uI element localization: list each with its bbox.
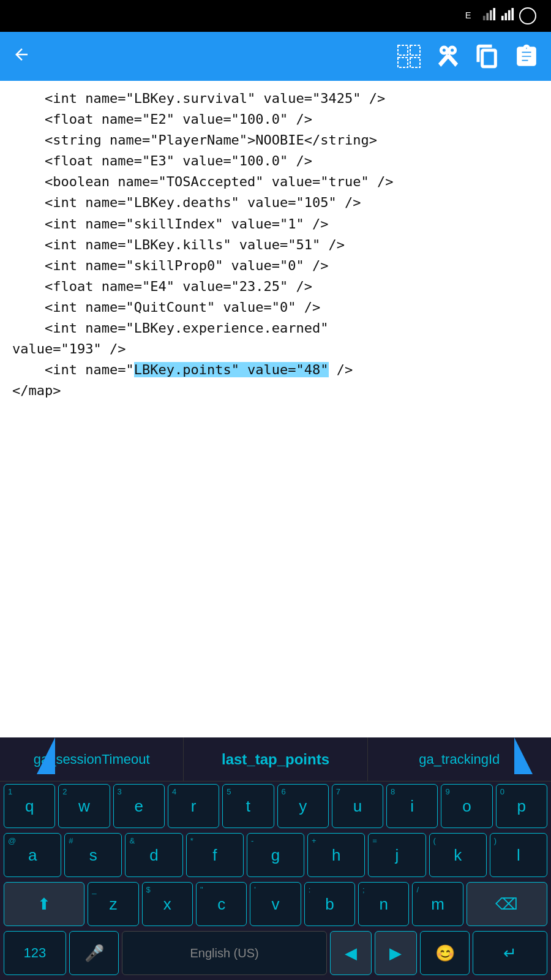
keyboard-key[interactable]: (k <box>429 833 487 877</box>
signal-bars-icon <box>482 8 496 24</box>
keyboard-key[interactable]: 🎤 <box>69 931 119 975</box>
keyboard-row: 123🎤English (US)◀▶😊↵ <box>0 929 551 980</box>
xml-line: <int name="LBKey.experience.earned" <box>12 318 539 339</box>
status-right: E <box>464 7 541 24</box>
keyboard-key[interactable]: 3e <box>113 784 165 828</box>
key-sub-char: + <box>312 836 317 845</box>
keyboard-row: 1q2w3e4r5t6y7u8i9o0p <box>0 782 551 831</box>
svg-rect-12 <box>410 58 420 67</box>
keyboard-key[interactable]: ⬆ <box>4 882 84 926</box>
keyboard-key[interactable]: 5t <box>222 784 274 828</box>
keyboard-key[interactable]: :b <box>304 882 355 926</box>
keyboard: 1q2w3e4r5t6y7u8i9o0p@a#s&d*f-g+h=j(k)l⬆_… <box>0 782 551 980</box>
keyboard-key[interactable]: 1q <box>4 784 55 828</box>
key-label: g <box>271 846 280 865</box>
xml-line: <string name="PlayerName">NOOBIE</string… <box>12 130 539 151</box>
xml-line: <int name="skillProp0" value="0" /> <box>12 255 539 276</box>
grid-select-icon[interactable] <box>392 39 426 74</box>
key-sub-char: 0 <box>500 787 504 796</box>
key-sub-char: 7 <box>336 787 340 796</box>
svg-text:E: E <box>465 10 471 20</box>
key-sub-char: & <box>129 836 135 845</box>
xml-line: <int name="LBKey.survival" value="3425" … <box>12 88 539 109</box>
keyboard-key[interactable]: ↵ <box>473 931 547 975</box>
key-sub-char: " <box>200 885 203 894</box>
key-sub-char: $ <box>146 885 151 894</box>
keyboard-key[interactable]: English (US) <box>122 931 326 975</box>
key-label: 🎤 <box>84 944 104 963</box>
keyboard-key[interactable]: ▶ <box>375 931 416 975</box>
key-label: q <box>25 797 34 816</box>
key-label: p <box>517 797 526 816</box>
keyboard-key[interactable]: 123 <box>4 931 66 975</box>
key-sub-char: @ <box>8 836 16 845</box>
keyboard-suggestions: ga_sessionTimeoutlast_tap_pointsga_track… <box>0 737 551 782</box>
key-sub-char: / <box>416 885 419 894</box>
key-label: o <box>462 797 471 816</box>
keyboard-key[interactable]: 6y <box>277 784 329 828</box>
keyboard-key[interactable]: 7u <box>332 784 383 828</box>
xml-line: <int name="LBKey.points" value="48" /> <box>12 360 539 380</box>
keyboard-key[interactable]: 😊 <box>420 931 470 975</box>
keyboard-key[interactable]: _z <box>88 882 138 926</box>
keyboard-key[interactable]: @a <box>4 833 61 877</box>
key-sub-char: ) <box>494 836 497 845</box>
suggestion-item[interactable]: last_tap_points <box>184 737 367 781</box>
keyboard-key[interactable]: ;n <box>358 882 409 926</box>
xml-line: <int name="skillIndex" value="1" /> <box>12 214 539 235</box>
xml-line: <int name="LBKey.kills" value="51" /> <box>12 235 539 255</box>
content-area[interactable]: <int name="LBKey.survival" value="3425" … <box>0 81 551 688</box>
keyboard-key[interactable]: #s <box>64 833 122 877</box>
keyboard-key[interactable]: ◀ <box>330 931 372 975</box>
key-label: c <box>217 895 225 914</box>
selected-text: LBKey.points" value="48" <box>134 362 329 377</box>
keyboard-key[interactable]: /m <box>412 882 463 926</box>
xml-line: <float name="E3" value="100.0" /> <box>12 151 539 172</box>
key-label: s <box>89 846 97 865</box>
key-sub-char: 8 <box>391 787 395 796</box>
keyboard-key[interactable]: "c <box>196 882 247 926</box>
suggestion-item[interactable]: ga_sessionTimeout <box>0 737 184 781</box>
keyboard-key[interactable]: *f <box>186 833 244 877</box>
copy-icon[interactable] <box>470 39 504 74</box>
key-sub-char: 5 <box>227 787 231 796</box>
key-label: ⌫ <box>495 895 518 914</box>
keyboard-key[interactable]: 9o <box>441 784 492 828</box>
key-label: j <box>395 846 399 865</box>
svg-rect-7 <box>508 10 511 20</box>
key-sub-char: # <box>69 836 73 845</box>
xml-line: </map> <box>12 380 539 401</box>
key-label: n <box>380 895 388 914</box>
keyboard-key[interactable]: ⌫ <box>467 882 547 926</box>
keyboard-key[interactable]: -g <box>247 833 304 877</box>
keyboard-key[interactable]: 2w <box>58 784 110 828</box>
key-label: English (US) <box>190 946 258 960</box>
key-sub-char: 3 <box>118 787 122 796</box>
xml-line: <float name="E2" value="100.0" /> <box>12 109 539 130</box>
key-sub-char: = <box>372 836 377 845</box>
keyboard-key[interactable]: +h <box>307 833 365 877</box>
back-button[interactable] <box>7 39 36 74</box>
keyboard-key[interactable]: $x <box>142 882 193 926</box>
svg-rect-6 <box>504 13 507 20</box>
action-bar <box>0 32 551 81</box>
xml-line: value="193" /> <box>12 339 539 360</box>
clipboard-icon[interactable] <box>509 39 544 74</box>
key-sub-char: 6 <box>282 787 286 796</box>
keyboard-key[interactable]: 8i <box>386 784 438 828</box>
keyboard-key[interactable]: 'v <box>250 882 301 926</box>
keyboard-key[interactable]: &d <box>125 833 182 877</box>
keyboard-key[interactable]: =j <box>368 833 425 877</box>
key-label: w <box>78 797 90 816</box>
key-label: ▶ <box>389 944 402 963</box>
key-label: l <box>517 846 520 865</box>
keyboard-key[interactable]: )l <box>490 833 547 877</box>
key-label: u <box>353 797 362 816</box>
key-label: z <box>109 895 117 914</box>
signal-bars2-icon <box>501 8 514 24</box>
keyboard-key[interactable]: 0p <box>496 784 547 828</box>
key-label: a <box>28 846 37 865</box>
keyboard-key[interactable]: 4r <box>168 784 219 828</box>
scissors-icon[interactable] <box>431 39 465 74</box>
key-sub-char: ( <box>433 836 436 845</box>
